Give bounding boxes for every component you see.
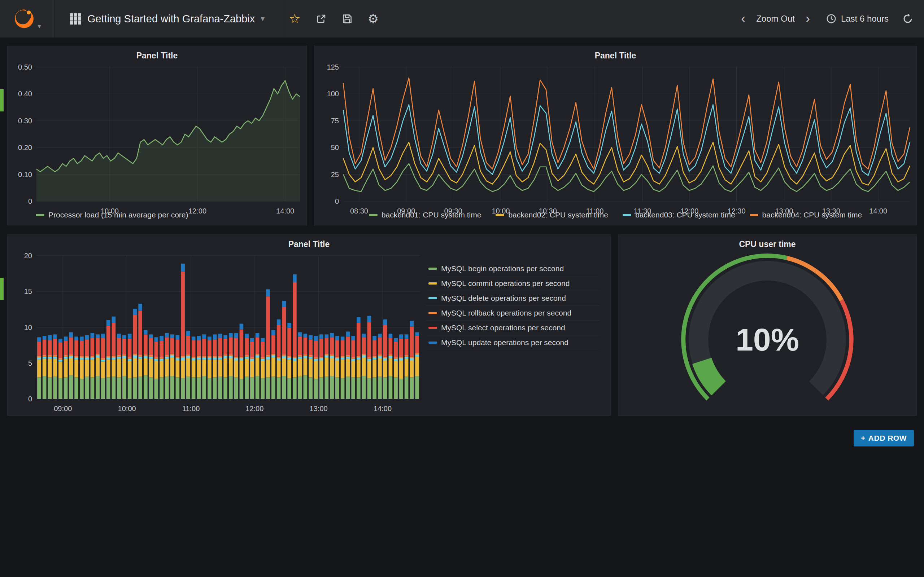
svg-text:0.20: 0.20 [18,143,32,152]
svg-text:12:00: 12:00 [680,207,698,215]
legend-label: MySQL rollback operations per second [441,309,571,318]
svg-text:13:00: 13:00 [775,207,793,215]
svg-text:14:00: 14:00 [276,207,294,215]
legend-item[interactable]: MySQL update operations per second [426,335,599,350]
svg-text:13:00: 13:00 [310,405,328,413]
add-row-button[interactable]: + ADD ROW [854,430,914,446]
plus-icon: + [861,434,866,443]
panel-cpu-system-time: Panel Title 025507510012508:3009:0009:30… [314,46,917,226]
legend-label: MySQL update operations per second [441,338,569,347]
svg-text:100: 100 [327,90,339,98]
svg-text:10: 10 [24,324,32,331]
legend-item[interactable]: MySQL commit operations per second [426,276,599,291]
svg-text:0: 0 [28,197,32,205]
legend-item[interactable]: MySQL begin operations per second [426,261,599,276]
svg-text:08:30: 08:30 [350,207,368,215]
legend-label: MySQL commit operations per second [441,279,570,288]
legend-item[interactable]: MySQL rollback operations per second [426,306,599,321]
legend-label: MySQL delete operations per second [441,294,566,303]
save-icon[interactable] [342,13,353,24]
add-row-bar: + ADD ROW [7,425,917,446]
svg-text:25: 25 [331,171,339,179]
svg-text:14:00: 14:00 [869,207,887,215]
gauge-value: 10% [736,322,799,357]
panel-title[interactable]: Panel Title [8,235,611,251]
panel-title[interactable]: Panel Title [314,46,916,62]
svg-text:50: 50 [331,143,339,152]
navbar: ▾ Getting Started with Grafana-Zabbix ▾ … [0,0,924,37]
svg-text:15: 15 [24,287,32,295]
series-line[interactable] [343,78,910,169]
legend-item[interactable]: MySQL delete operations per second [426,291,599,306]
svg-text:0.40: 0.40 [18,90,32,98]
series-line[interactable] [343,105,910,175]
svg-text:11:30: 11:30 [634,207,651,215]
panel-mysql-operations: Panel Title 0510152009:0010:0011:0012:00… [7,234,611,416]
settings-gear-icon[interactable]: ⚙ [368,11,379,26]
row-handle[interactable] [0,278,3,300]
series-line[interactable] [343,142,910,185]
panel-title[interactable]: Panel Title [8,46,307,62]
dashboard-title: Getting Started with Grafana-Zabbix [87,13,255,25]
svg-text:10:30: 10:30 [539,207,557,215]
svg-text:125: 125 [327,63,339,71]
svg-text:11:00: 11:00 [586,207,604,215]
caret-down-icon: ▾ [261,15,265,23]
legend-color-marker [428,342,437,344]
legend-item[interactable]: MySQL select operations per second [426,321,599,335]
time-range-picker[interactable]: Last 6 hours [826,13,888,24]
cpu-system-time-chart[interactable]: 025507510012508:3009:0009:3010:0010:3011… [314,62,916,209]
dashboard-row-1: Panel Title 00.100.200.300.400.5010:0012… [7,46,917,226]
cpu-user-time-gauge[interactable]: 10% [618,251,916,416]
panel-title[interactable]: CPU user time [618,235,916,251]
svg-text:0: 0 [335,197,339,205]
dashboard-grid-icon [69,13,82,25]
caret-down-icon: ▾ [37,23,41,29]
svg-text:09:30: 09:30 [444,207,462,215]
svg-text:14:00: 14:00 [373,405,392,413]
panel-processor-load: Panel Title 00.100.200.300.400.5010:0012… [7,46,307,226]
refresh-icon[interactable] [902,13,913,24]
svg-text:10:00: 10:00 [492,207,510,215]
svg-text:12:30: 12:30 [728,207,746,215]
svg-text:12:00: 12:00 [188,207,207,215]
processor-load-chart[interactable]: 00.100.200.300.400.5010:0012:0014:00 [8,62,307,209]
legend-label: MySQL begin operations per second [441,264,564,273]
legend-color-marker [428,268,437,270]
legend-color-marker [428,327,437,329]
svg-text:12:00: 12:00 [246,405,263,413]
grafana-logo-icon [13,8,36,30]
svg-text:09:00: 09:00 [54,405,72,413]
time-range-label: Last 6 hours [841,14,888,24]
mysql-operations-chart[interactable]: 0510152009:0010:0011:0012:0013:0014:00 [8,251,426,416]
dashboard-picker[interactable]: Getting Started with Grafana-Zabbix ▾ [64,0,270,37]
time-shift-forward-icon[interactable]: › [803,12,812,25]
share-icon[interactable] [316,13,327,24]
svg-text:11:00: 11:00 [182,405,200,413]
svg-text:20: 20 [24,252,32,259]
clock-icon [826,13,837,24]
time-controls: ‹ Zoom Out › Last 6 hours [739,12,913,25]
main-menu-button[interactable]: ▾ [0,0,55,37]
chart-legend: MySQL begin operations per secondMySQL c… [426,251,611,416]
svg-text:10:00: 10:00 [101,207,119,215]
row-handle[interactable] [0,89,3,111]
svg-text:13:30: 13:30 [822,207,840,215]
add-row-label: ADD ROW [868,434,907,443]
svg-text:0.10: 0.10 [18,171,32,179]
dashboard-row-2: Panel Title 0510152009:0010:0011:0012:00… [7,234,917,416]
svg-text:0.30: 0.30 [18,117,32,125]
svg-text:0: 0 [28,395,32,403]
dashboard: Panel Title 00.100.200.300.400.5010:0012… [0,37,924,446]
legend-label: MySQL select operations per second [441,324,565,332]
svg-text:5: 5 [28,359,32,367]
svg-text:0.50: 0.50 [18,63,32,71]
legend-color-marker [428,282,437,285]
time-shift-back-icon[interactable]: ‹ [739,12,748,25]
legend-color-marker [428,297,437,299]
svg-text:10:00: 10:00 [118,405,136,413]
zoom-out-button[interactable]: Zoom Out [756,14,795,24]
svg-text:75: 75 [331,117,339,125]
dashboard-actions: ☆ ⚙ [285,0,382,37]
star-icon[interactable]: ☆ [289,11,300,26]
